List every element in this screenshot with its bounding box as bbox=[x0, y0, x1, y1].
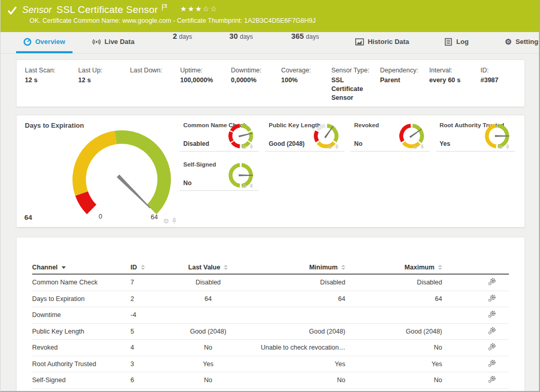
channel-settings-icon[interactable] bbox=[488, 310, 496, 320]
cell-minimum: Good (2048) bbox=[239, 328, 345, 335]
gauge-settings-gear-icon[interactable]: ⚙ bbox=[163, 218, 169, 224]
stat-coverage: Coverage:100% bbox=[281, 67, 331, 107]
main-gauge-scale-max: 64 bbox=[147, 214, 162, 221]
cell-maximum: Good (2048) bbox=[345, 328, 442, 335]
column-label: Channel bbox=[32, 264, 57, 271]
gauge-settings-gear-icon[interactable]: ⚙ bbox=[413, 144, 418, 150]
column-header-channel[interactable]: Channel bbox=[32, 264, 130, 271]
main-gauge-actions: ⚙ bbox=[163, 218, 177, 224]
stat-value: Parent bbox=[380, 76, 423, 85]
stat-last-scan: Last Scan:12 s bbox=[25, 67, 78, 107]
channels-table-panel: Channel ID Last Value Minimum Maximum Co… bbox=[16, 237, 525, 392]
gauge-value: No bbox=[354, 140, 362, 147]
table-row-public-key-length[interactable]: Public Key Length 5 Good (2048) Good (20… bbox=[32, 324, 509, 340]
cell-minimum: No bbox=[239, 376, 345, 384]
cell-channel: Root Authority Trusted bbox=[32, 360, 130, 368]
gauges-panel: Days to Expiration 64 0 64 ⚙ Common Name… bbox=[16, 115, 525, 228]
cell-maximum: Yes bbox=[345, 360, 442, 368]
tab-log[interactable]: Log bbox=[437, 32, 476, 53]
stat-label: Dependency: bbox=[380, 67, 423, 74]
column-label: Minimum bbox=[309, 264, 338, 271]
column-header-last-value[interactable]: Last Value bbox=[177, 264, 239, 271]
cell-maximum: 64 bbox=[345, 295, 442, 303]
pin-icon[interactable] bbox=[334, 144, 339, 150]
gauge-icon bbox=[23, 38, 32, 46]
channel-settings-icon[interactable] bbox=[488, 327, 496, 336]
tab-settings[interactable]: ⚙ Settings bbox=[498, 32, 540, 53]
pin-icon[interactable] bbox=[171, 218, 177, 224]
tab-historic-data[interactable]: Historic Data bbox=[348, 32, 416, 53]
gauge-value: Disabled bbox=[183, 140, 209, 147]
table-row-root-authority-trusted[interactable]: Root Authority Trusted 3 Yes Yes Yes bbox=[32, 356, 509, 373]
tab-day-number: 2 bbox=[173, 32, 177, 40]
cell-minimum: 64 bbox=[239, 295, 345, 303]
gauge-cell-self-signed: Self-Signed No ⚙ bbox=[180, 159, 259, 191]
gauge-actions: ⚙ bbox=[242, 144, 254, 150]
channel-settings-icon[interactable] bbox=[488, 343, 496, 352]
gauge-settings-gear-icon[interactable]: ⚙ bbox=[242, 144, 247, 150]
table-row-days-to-expiration[interactable]: Days to Expiration 2 64 64 64 bbox=[32, 291, 509, 308]
main-gauge-scale-min: 0 bbox=[94, 213, 107, 220]
stat-last-down: Last Down: bbox=[130, 67, 180, 107]
stat-label: Uptime: bbox=[180, 67, 225, 74]
stat-value: 100,0000% bbox=[180, 76, 225, 85]
cell-minimum: Unable to check revocation… bbox=[239, 344, 345, 351]
sort-icon bbox=[341, 265, 345, 270]
channel-settings-icon[interactable] bbox=[488, 294, 496, 304]
channels-table: Channel ID Last Value Minimum Maximum Co… bbox=[32, 261, 509, 389]
channel-settings-icon[interactable] bbox=[488, 375, 496, 385]
cell-last-value: Yes bbox=[177, 360, 239, 368]
column-header-maximum[interactable]: Maximum bbox=[345, 264, 442, 271]
cell-channel: Public Key Length bbox=[32, 328, 130, 335]
gauge-settings-gear-icon[interactable]: ⚙ bbox=[498, 144, 503, 150]
divider bbox=[20, 227, 178, 228]
cell-last-value: No bbox=[177, 344, 239, 351]
stat-label: Last Scan: bbox=[25, 67, 72, 74]
table-row-revoked[interactable]: Revoked 4 No Unable to check revocation…… bbox=[32, 340, 509, 356]
table-row-self-signed[interactable]: Self-Signed 6 No No No bbox=[32, 372, 509, 389]
cell-id: 5 bbox=[130, 328, 177, 335]
cell-last-value: Disabled bbox=[177, 279, 239, 286]
table-row-common-name-check[interactable]: Common Name Check 7 Disabled Disabled Di… bbox=[32, 275, 509, 291]
pin-icon[interactable] bbox=[249, 184, 254, 189]
table-row-downtime[interactable]: Downtime -4 bbox=[32, 307, 509, 324]
channel-settings-icon[interactable] bbox=[488, 359, 496, 369]
log-icon bbox=[444, 38, 453, 46]
column-header-id[interactable]: ID bbox=[130, 264, 177, 271]
column-header-minimum[interactable]: Minimum bbox=[239, 264, 345, 271]
tab-365-days[interactable]: 365 days bbox=[284, 32, 327, 53]
stat-label: Sensor Type: bbox=[331, 67, 374, 74]
stat-sensor-type: Sensor Type:SSL Certificate Sensor bbox=[331, 67, 380, 107]
flag-icon[interactable] bbox=[162, 4, 168, 11]
pin-icon[interactable] bbox=[249, 144, 254, 150]
cell-last-value: Good (2048) bbox=[177, 328, 239, 335]
main-gauge-value: 64 bbox=[24, 214, 32, 221]
tab-30-days[interactable]: 30 days bbox=[222, 32, 260, 53]
pin-icon[interactable] bbox=[420, 144, 425, 150]
stat-label: Last Up: bbox=[78, 67, 124, 74]
gauge-cell-root-authority-trusted: Root Authority Trusted Yes ⚙ bbox=[436, 119, 515, 152]
pin-icon[interactable] bbox=[505, 144, 510, 150]
stars-filled: ★★★ bbox=[180, 5, 203, 13]
cell-channel: Self-Signed bbox=[32, 376, 130, 384]
stat-value: 0,0000% bbox=[231, 76, 275, 85]
gauge-settings-gear-icon[interactable]: ⚙ bbox=[242, 184, 247, 189]
tab-overview[interactable]: Overview bbox=[16, 32, 72, 53]
tab-label: Overview bbox=[35, 38, 65, 46]
gauge-title: Self-Signed bbox=[183, 161, 216, 168]
gauge-settings-gear-icon[interactable]: ⚙ bbox=[327, 144, 332, 150]
column-label: Last Value bbox=[188, 264, 221, 271]
gauge-cell-revoked: Revoked No ⚙ bbox=[351, 119, 430, 152]
stat-label: Interval: bbox=[429, 67, 474, 74]
tab-2-days[interactable]: 2 days bbox=[166, 32, 199, 53]
channel-settings-icon[interactable] bbox=[488, 278, 496, 287]
column-label: ID bbox=[130, 264, 137, 271]
sort-icon bbox=[141, 265, 145, 270]
gauge-actions: ⚙ bbox=[242, 184, 254, 189]
tab-live-data[interactable]: Live Data bbox=[85, 32, 142, 53]
gauge-actions: ⚙ bbox=[413, 144, 425, 150]
priority-stars[interactable]: ★★★☆☆ bbox=[180, 5, 218, 13]
prtg-sensor-page: Sensor SSL Certificate Sensor ★★★☆☆ OK. … bbox=[0, 0, 540, 392]
cell-last-value: 64 bbox=[177, 295, 239, 303]
stat-label: Last Down: bbox=[130, 67, 174, 74]
